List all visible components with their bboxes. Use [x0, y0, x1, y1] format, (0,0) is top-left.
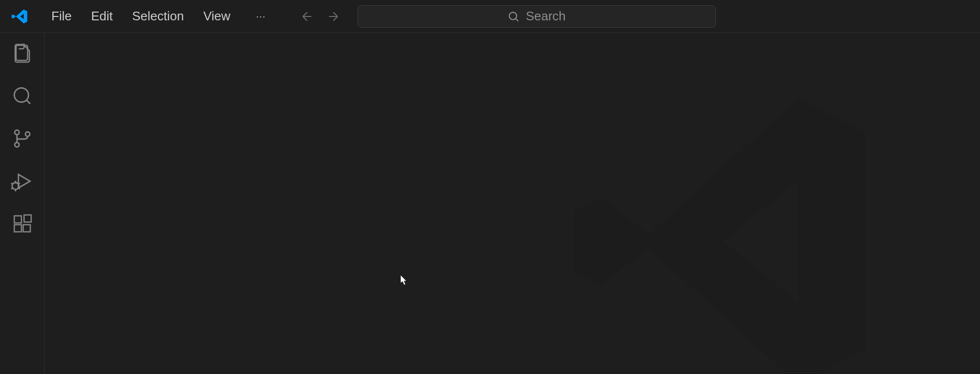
nav-forward-button[interactable] [325, 8, 342, 25]
activity-extensions[interactable] [11, 212, 34, 235]
menu-selection[interactable]: Selection [123, 5, 194, 28]
git-branch-icon [12, 128, 33, 149]
activity-source-control[interactable] [11, 127, 34, 150]
nav-back-button[interactable] [298, 8, 316, 25]
extensions-icon [12, 213, 33, 234]
svg-point-0 [510, 12, 517, 19]
activity-run-debug[interactable] [11, 170, 34, 193]
nav-buttons [298, 8, 342, 25]
svg-rect-7 [14, 216, 21, 223]
debug-icon [11, 170, 34, 193]
menu-edit[interactable]: Edit [81, 5, 123, 28]
activity-explorer[interactable] [11, 42, 34, 65]
svg-rect-8 [14, 225, 21, 232]
svg-point-5 [25, 132, 30, 136]
search-placeholder: Search [526, 9, 565, 24]
menu-bar: File Edit Selection View ⋯ [42, 5, 274, 28]
vscode-logo-icon [11, 8, 28, 25]
svg-rect-10 [24, 215, 31, 222]
files-icon [12, 43, 33, 64]
svg-point-2 [14, 88, 28, 102]
search-icon [507, 10, 520, 23]
menu-overflow-icon[interactable]: ⋯ [248, 7, 274, 26]
vscode-watermark-icon [554, 72, 893, 374]
arrow-left-icon [300, 9, 314, 24]
arrow-right-icon [326, 9, 341, 24]
svg-rect-9 [23, 225, 30, 232]
svg-point-3 [15, 130, 19, 135]
menu-file[interactable]: File [42, 5, 81, 28]
editor-area [45, 33, 980, 374]
search-input[interactable]: Search [358, 5, 716, 28]
activity-search[interactable] [11, 84, 34, 108]
menu-view[interactable]: View [194, 5, 240, 28]
search-icon [12, 85, 33, 107]
mouse-cursor-icon [401, 275, 408, 286]
activity-bar [0, 33, 45, 374]
main-area [0, 33, 980, 374]
svg-point-4 [15, 142, 19, 147]
titlebar: File Edit Selection View ⋯ Search [0, 0, 980, 33]
